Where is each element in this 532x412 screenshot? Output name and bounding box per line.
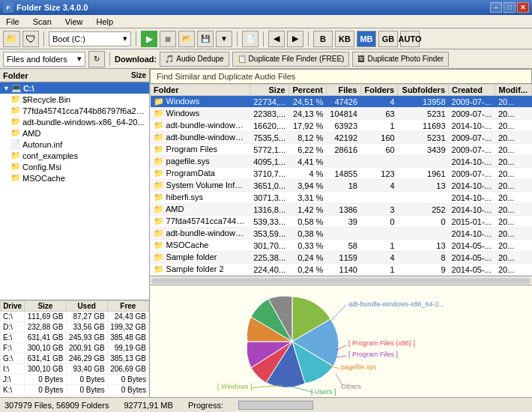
free-cell: 0 Bytes [107,385,148,396]
menu-file[interactable]: File [3,16,22,27]
menu-help[interactable]: Help [93,16,116,27]
drive-table-row[interactable]: E:\ 631,41 GB 245,93 GB 385,48 GB [1,333,149,343]
tree-item-root[interactable]: ▼ 💻 C:\ [0,82,149,94]
free-cell: 199,32 GB [107,322,148,333]
file-table-row[interactable]: 📁 System Volume Information 3651,0... 3,… [151,180,532,192]
file-subfolders-cell: 13 [398,180,449,192]
drive-table: Drive Size Used Free C:\ 111,69 GB 87,27… [0,300,149,397]
file-table-row[interactable]: 📁 Sample folder 2 224,40... 0,24 % 1140 … [151,264,532,276]
drive-table-row[interactable]: G:\ 631,41 GB 246,29 GB 385,13 GB [1,354,149,364]
file-table-row[interactable]: 📁 Sample folder 225,38... 0,24 % 1159 4 … [151,252,532,264]
size-gb-button[interactable]: GB [378,31,398,47]
size-kb-button[interactable]: KB [335,31,354,47]
forward-button[interactable]: ▶ [287,31,303,47]
file-created-cell: 2014-10-... [449,204,495,216]
tree-item-msocache[interactable]: 📁 MSOCache [0,172,149,184]
duplicate-finder-button[interactable]: 📋 Duplicate File Finder (FREE) [232,52,350,67]
duplicate-photo-button[interactable]: 🖼 Duplicate Photo Finder [352,52,449,67]
close-button[interactable]: ✕ [517,2,529,13]
folder-panel-title: Folder [3,71,28,80]
title-bar-text: Folder Size 3.4.0.0 [16,3,88,12]
drive-table-row[interactable]: J:\ 0 Bytes 0 Bytes 0 Bytes [1,375,149,385]
menu-scan[interactable]: Scan [30,16,55,27]
tree-item-amd[interactable]: 📁 AMD [0,127,149,139]
menu-view[interactable]: View [62,16,86,27]
tree-item-adt[interactable]: 📁 adt-bundle-windows-x86_64-20... [0,116,149,127]
file-table-row[interactable]: 📁 Windows 22734,... 24,51 % 47426 4 1395… [151,96,532,108]
drive-table-row[interactable]: C:\ 111,69 GB 87,27 GB 24,43 GB [1,312,149,322]
hscroll-bar[interactable] [151,278,531,284]
sep3 [237,31,238,46]
size-auto-button[interactable]: AUTO [400,31,420,47]
col-files: Files [326,85,360,96]
drive-table-row[interactable]: F:\ 300,10 GB 200,91 GB 99,19 GB [1,343,149,354]
tree-item-config[interactable]: 📁 Config.Msi [0,161,149,172]
svg-text:[ Users ]: [ Users ] [311,388,336,396]
file-table-container[interactable]: Folder Size Percent Files Folders Subfol… [150,84,532,276]
file-table-row[interactable]: 📁 pagefile.sys 4095,1... 4,41 % 2014-10-… [151,156,532,168]
tree-item-recyclebin[interactable]: 📁 $Recycle.Bin [0,94,149,105]
file-table-row[interactable]: 📁 hiberfi.sys 3071,3... 3,31 % 2014-10-.… [151,192,532,204]
size-cell: 631,41 GB [25,354,66,364]
view-mode-dropdown[interactable]: Files and folders ▾ [3,52,85,67]
drive-table-row[interactable]: D:\ 232,88 GB 33,56 GB 199,32 GB [1,322,149,333]
maximize-button[interactable]: □ [504,2,516,13]
tree-item-label2: 77fda45741cca744b86797f6a2d... [22,106,146,115]
file-table-row[interactable]: 📁 adt-bundle-windows-x86_64-... 353,59..… [151,228,532,240]
pie-chart-svg: adt-bundle-windows-x86_64-2... [ Program… [150,285,532,398]
file-table-row[interactable]: 📁 Windows 22383,... 24,13 % 104814 63 52… [151,108,532,120]
file-table-row[interactable]: 📁 ProgramData 3710,7... 4 % 14855 123 19… [151,168,532,180]
right-panel: Find Similar and Duplicate Audio Files F… [150,69,532,397]
stop-btn[interactable]: ■ [160,31,176,47]
security-btn[interactable]: 🛡 [22,31,39,47]
folder-tree[interactable]: ▼ 💻 C:\ 📁 $Recycle.Bin 📁 77fda45741cca74… [0,82,149,300]
file-created-cell: 2009-07-... [449,96,495,108]
file-table: Folder Size Percent Files Folders Subfol… [150,84,532,276]
export-btn[interactable]: 📄 [242,31,259,47]
folder-icon-btn[interactable] [3,31,20,47]
filter-btn[interactable]: ▼ [216,31,232,47]
file-table-row[interactable]: 📁 AMD 1316,8... 1,42 % 1386 3 252 2014-1… [151,204,532,216]
refresh-btn[interactable]: ↻ [88,51,105,67]
file-percent-cell: 0,58 % [288,216,326,228]
folder-open-btn[interactable]: 📂 [178,31,195,47]
file-subfolders-cell: 3439 [398,144,449,156]
drive-cell: F:\ [1,343,25,354]
minimize-button[interactable]: – [490,2,502,13]
file-folders-cell: 123 [360,168,398,180]
tree-file-icon4: 📁 [10,128,21,138]
file-table-row[interactable]: 📁 adt-bundle-windows-x86_64-... 16620,..… [151,120,532,132]
file-table-row[interactable]: 📁 adt-bundle-windows-x86_64-... 7535,5..… [151,132,532,144]
file-size-cell: 3651,0... [250,180,288,192]
file-created-cell: 2009-07-... [449,108,495,120]
tree-item-autorun[interactable]: 📄 Autorun.inf [0,139,149,150]
size-b-button[interactable]: B [313,31,333,47]
used-cell: 246,29 GB [66,354,107,364]
menu-bar: File Scan View Help [0,15,532,28]
back-button[interactable]: ◀ [268,31,285,47]
file-percent-cell: 0,33 % [288,240,326,252]
svg-line-13 [336,374,343,387]
file-created-cell: 2014-05-... [449,252,495,264]
file-table-row[interactable]: 📁 77fda45741cca744b86797f6... 539,33... … [151,216,532,228]
drive-combobox[interactable]: Boot (C:) ▾ [49,31,131,46]
file-subfolders-cell: 13958 [398,96,449,108]
file-modified-cell: 20... [495,216,532,228]
tree-file-icon6: 📁 [10,151,21,160]
file-size-cell: 224,40... [250,264,288,276]
drive-table-row[interactable]: K:\ 0 Bytes 0 Bytes 0 Bytes [1,385,149,396]
file-table-row[interactable]: 📁 MSOCache 301,70... 0,33 % 58 1 13 2014… [151,240,532,252]
file-subfolders-cell [398,192,449,204]
horizontal-scrollbar[interactable] [150,276,532,285]
tree-item-conf[interactable]: 📁 conf_examples [0,150,149,161]
save-btn[interactable]: 💾 [197,31,214,47]
tree-item-77fda[interactable]: 📁 77fda45741cca744b86797f6a2d... [0,105,149,116]
left-panel: Folder Size ▼ 💻 C:\ 📁 $Recycle.Bin 📁 77f… [0,69,150,397]
svg-line-1 [327,305,346,324]
file-table-row[interactable]: 📁 Program Files 5772,1... 6,22 % 28616 6… [151,144,532,156]
drive-table-row[interactable]: I:\ 300,10 GB 93,40 GB 206,69 GB [1,364,149,375]
file-created-cell: 2014-10-... [449,228,495,240]
size-mb-button[interactable]: MB [357,31,376,47]
audio-dedupe-button[interactable]: 🎵 Audio Dedupe [160,52,229,67]
play-button[interactable]: ▶ [141,31,157,47]
